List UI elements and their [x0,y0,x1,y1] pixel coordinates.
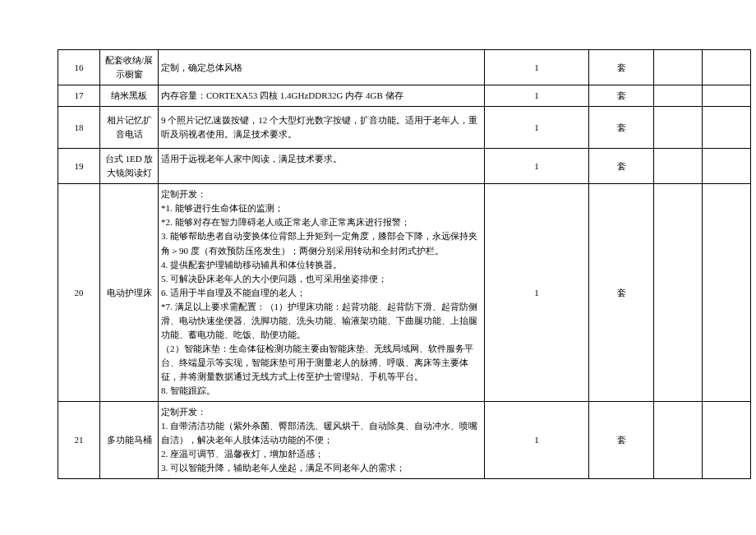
desc-line: 6. 适用于半自理及不能自理的老人； [161,286,482,300]
cell-name: 相片记忆扩音电话 [100,107,159,149]
cell-num: 20 [58,184,100,402]
cell-qty: 1 [485,184,589,402]
cell-num: 18 [58,107,100,149]
desc-line: 5. 可解决卧床老年人的大小便问题，也可采用坐姿排便； [161,272,482,286]
cell-empty [654,50,703,85]
cell-desc: 定制开发： *1. 能够进行生命体征的监测； *2. 能够对存在智力障碍老人或正… [159,184,485,402]
desc-line: *2. 能够对存在智力障碍老人或正常老人非正常离床进行报警； [161,215,482,229]
cell-name: 电动护理床 [100,184,159,402]
cell-unit: 套 [589,107,654,149]
cell-empty [703,107,751,149]
cell-empty [654,85,703,107]
table-row: 16 配套收纳/展示橱窗 定制，确定总体风格 1 套 [58,50,751,85]
cell-unit: 套 [589,184,654,402]
cell-empty [703,50,751,85]
desc-line: 3. 可以智能升降，辅助老年人坐起，满足不同老年人的需求； [161,461,482,475]
cell-qty: 1 [485,149,589,184]
cell-qty: 1 [485,85,589,107]
desc-line: *7. 满足以上要求需配置：（1）护理床功能：起背功能、起背防下滑、起背防侧滑、… [161,300,482,342]
cell-empty [654,149,703,184]
cell-empty [703,149,751,184]
cell-empty [703,184,751,402]
cell-name: 台式 1ED 放大镜阅读灯 [100,149,159,184]
table-row: 21 多功能马桶 定制开发： 1. 自带清洁功能（紫外杀菌、臀部清洗、暖风烘干、… [58,402,751,479]
cell-num: 16 [58,50,100,85]
desc-line: *1. 能够进行生命体征的监测； [161,201,482,215]
cell-unit: 套 [589,85,654,107]
cell-num: 19 [58,149,100,184]
cell-empty [703,402,751,479]
desc-line: 2. 座温可调节、温馨夜灯，增加舒适感； [161,447,482,461]
cell-empty [654,107,703,149]
cell-qty: 1 [485,107,589,149]
spec-table: 16 配套收纳/展示橱窗 定制，确定总体风格 1 套 17 纳米黑板 内存容量：… [58,49,751,479]
desc-line: 4. 提供配套护理辅助移动辅具和体位转换器。 [161,258,482,272]
table-row: 17 纳米黑板 内存容量：CORTEXA53 四核 1.4GHzDDR32G 内… [58,85,751,107]
cell-desc: 内存容量：CORTEXA53 四核 1.4GHzDDR32G 内存 4GB 储存 [159,85,485,107]
cell-qty: 1 [485,402,589,479]
cell-unit: 套 [589,50,654,85]
desc-line: 定制开发： [161,187,482,201]
cell-desc: 定制，确定总体风格 [159,50,485,85]
cell-desc: 定制开发： 1. 自带清洁功能（紫外杀菌、臀部清洗、暖风烘干、自动除臭、自动冲水… [159,402,485,479]
desc-line: （2）智能床垫：生命体征检测功能主要由智能床垫、无线局域网、软件服务平台、终端显… [161,342,482,384]
cell-qty: 1 [485,50,589,85]
cell-name: 配套收纳/展示橱窗 [100,50,159,85]
cell-desc: 9 个照片记忆速拨按键，12 个大型灯光数字按键，扩音功能。适用于老年人，重听及… [159,107,485,149]
desc-line: 1. 自带清洁功能（紫外杀菌、臀部清洗、暖风烘干、自动除臭、自动冲水、喷嘴自洁）… [161,419,482,447]
table-row: 18 相片记忆扩音电话 9 个照片记忆速拨按键，12 个大型灯光数字按键，扩音功… [58,107,751,149]
cell-empty [654,402,703,479]
cell-num: 17 [58,85,100,107]
desc-line: 定制开发： [161,405,482,419]
cell-name: 多功能马桶 [100,402,159,479]
cell-empty [654,184,703,402]
desc-line: 8. 智能跟踪。 [161,384,482,398]
cell-num: 21 [58,402,100,479]
cell-name: 纳米黑板 [100,85,159,107]
cell-desc: 适用于远视老年人家中阅读，满足技术要求。 [159,149,485,184]
table-row: 19 台式 1ED 放大镜阅读灯 适用于远视老年人家中阅读，满足技术要求。 1 … [58,149,751,184]
cell-unit: 套 [589,149,654,184]
desc-line: 3. 能够帮助患者自动变换体位背部上升矩到一定角度，膝部会下降，永远保持夹角＞9… [161,229,482,257]
cell-unit: 套 [589,402,654,479]
cell-empty [703,85,751,107]
table-row: 20 电动护理床 定制开发： *1. 能够进行生命体征的监测； *2. 能够对存… [58,184,751,402]
